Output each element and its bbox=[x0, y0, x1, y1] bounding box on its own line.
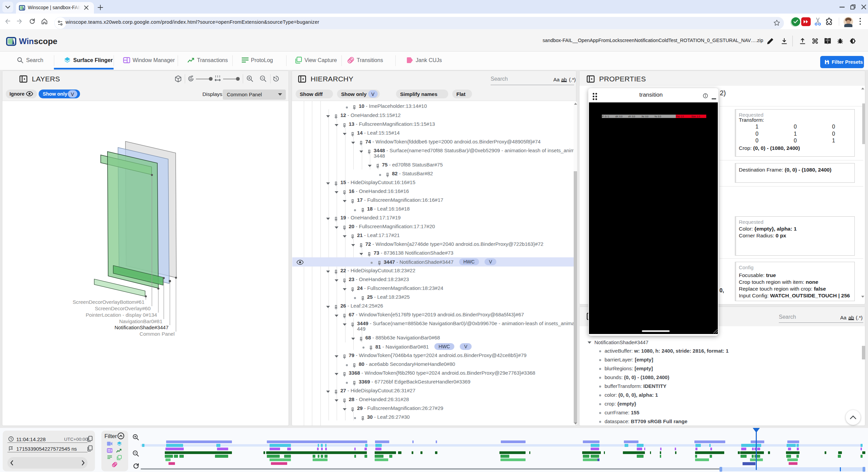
svg-text:Common Panel: Common Panel bbox=[140, 331, 175, 337]
svg-text:NotificationShade#3447: NotificationShade#3447 bbox=[115, 324, 169, 330]
svg-text:ScreenDecorOverlay#60: ScreenDecorOverlay#60 bbox=[95, 306, 151, 311]
svg-text:ScreenDecorOverlayBottom#61: ScreenDecorOverlayBottom#61 bbox=[73, 299, 144, 305]
svg-text:PointerLocation - display 0#13: PointerLocation - display 0#134 bbox=[86, 312, 157, 318]
svg-text:NavigationBar0#81: NavigationBar0#81 bbox=[119, 318, 162, 324]
